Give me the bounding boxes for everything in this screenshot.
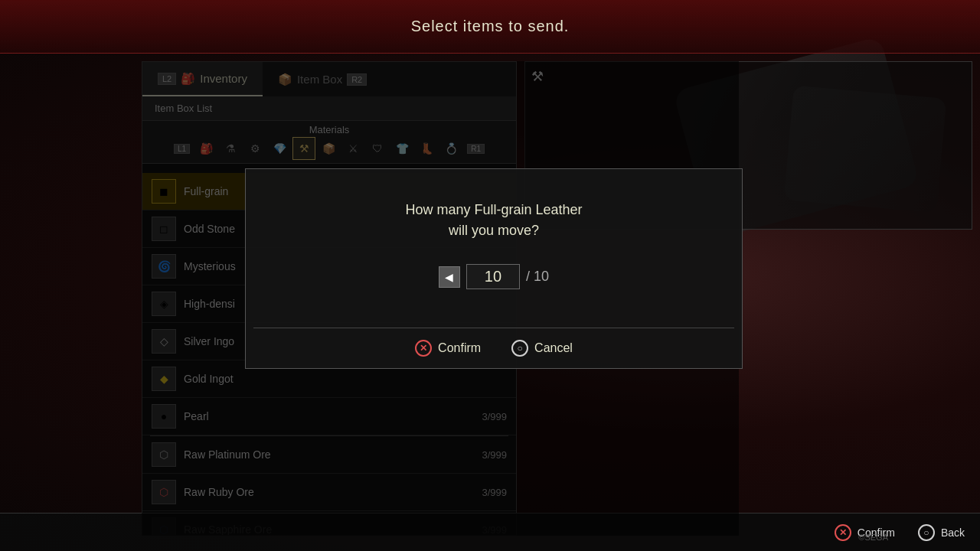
quantity-max: / 10 xyxy=(526,269,549,285)
quantity-row: ◀ / 10 xyxy=(269,264,719,289)
quantity-decrease-button[interactable]: ◀ xyxy=(439,266,460,288)
modal-question: How many Full-grain Leather will you mov… xyxy=(269,200,719,241)
page-title: Select items to send. xyxy=(411,18,570,35)
bottom-back-action[interactable]: ○ Back xyxy=(918,524,965,541)
modal-question-line1: How many Full-grain Leather xyxy=(405,202,582,217)
confirm-button[interactable]: ✕ Confirm xyxy=(415,340,481,357)
modal-dialog: How many Full-grain Leather will you mov… xyxy=(245,168,743,369)
copyright: ©SEGA xyxy=(858,533,888,542)
cancel-o-icon: ○ xyxy=(511,340,528,357)
top-banner: Select items to send. xyxy=(0,0,980,54)
confirm-x-icon: ✕ xyxy=(415,340,432,357)
bottom-back-o-icon: ○ xyxy=(918,524,935,541)
cancel-button[interactable]: ○ Cancel xyxy=(511,340,573,357)
cancel-label: Cancel xyxy=(534,341,573,355)
modal-actions: ✕ Confirm ○ Cancel xyxy=(246,328,742,368)
bottom-confirm-x-icon: ✕ xyxy=(835,524,851,541)
bottom-back-label: Back xyxy=(941,527,965,539)
quantity-input[interactable] xyxy=(466,264,520,289)
modal-question-line2: will you move? xyxy=(449,223,539,238)
modal-body: How many Full-grain Leather will you mov… xyxy=(246,169,742,328)
confirm-label: Confirm xyxy=(438,341,481,355)
